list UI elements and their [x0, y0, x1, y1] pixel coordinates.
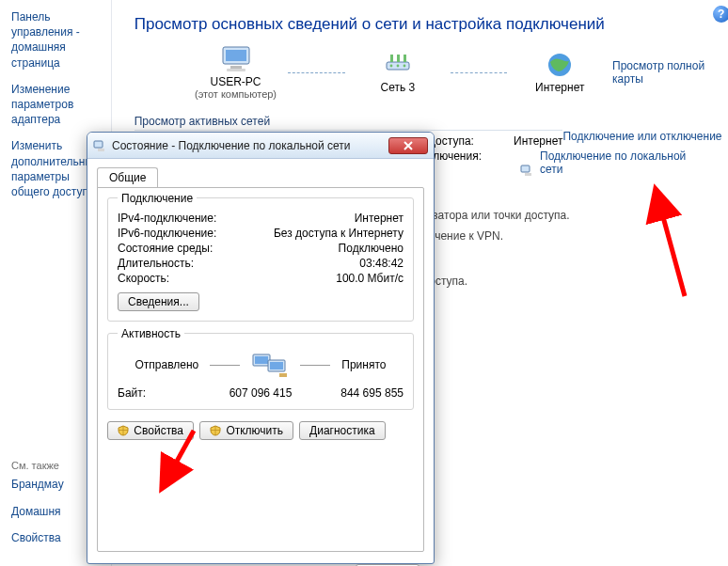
svg-rect-12 — [521, 165, 530, 172]
node-network[interactable]: Сеть 3 — [353, 51, 443, 94]
svg-rect-5 — [390, 55, 393, 62]
help-icon[interactable]: ? — [713, 6, 728, 23]
bytes-sent-value: 607 096 415 — [214, 386, 308, 400]
shield-icon — [210, 425, 221, 436]
node-network-label: Сеть 3 — [381, 81, 416, 94]
svg-point-9 — [396, 65, 399, 68]
ipv6-label: IPv6-подключение: — [118, 227, 216, 240]
node-pc-sub: (этот компьютер) — [195, 88, 277, 100]
titlebar[interactable]: Состояние - Подключение по локальной сет… — [87, 133, 434, 159]
svg-rect-13 — [525, 173, 531, 176]
access-type-value: Интернет — [514, 134, 562, 148]
bytes-label: Байт: — [118, 386, 212, 400]
svg-rect-7 — [404, 55, 406, 62]
node-internet[interactable]: Интернет — [514, 51, 605, 94]
map-connector — [288, 72, 345, 73]
connection-icon — [93, 139, 106, 152]
close-icon — [404, 141, 413, 150]
network-map-row: USER-PC (этот компьютер) Сеть 3 Интернет… — [191, 45, 722, 100]
activity-group-legend: Активность — [118, 327, 184, 340]
connection-icon — [520, 164, 533, 177]
view-full-map-link[interactable]: Просмотр полной карты — [612, 59, 722, 86]
tab-content: Подключение IPv4-подключение:Интернет IP… — [97, 187, 424, 552]
svg-rect-3 — [227, 69, 245, 71]
map-connector — [451, 72, 508, 73]
svg-rect-17 — [255, 356, 268, 364]
shield-icon — [118, 425, 129, 436]
divider — [135, 130, 563, 131]
svg-rect-6 — [397, 55, 400, 62]
diagnose-button[interactable]: Диагностика — [299, 421, 386, 440]
network-icon — [381, 51, 415, 79]
connection-group: Подключение IPv4-подключение:Интернет IP… — [107, 197, 414, 322]
node-internet-label: Интернет — [535, 81, 584, 94]
node-pc-label: USER-PC — [211, 75, 261, 88]
ipv4-value: Интернет — [355, 212, 404, 225]
bytes-received-value: 844 695 855 — [309, 386, 404, 400]
disable-button-label: Отключить — [226, 424, 283, 437]
duration-label: Длительность: — [118, 257, 194, 270]
svg-rect-20 — [279, 373, 287, 377]
svg-point-8 — [389, 65, 392, 68]
svg-rect-1 — [226, 50, 246, 61]
activity-dash — [300, 365, 330, 366]
tab-general[interactable]: Общие — [97, 167, 158, 188]
nav-link-home[interactable]: Панель управления - домашняя страница — [11, 9, 100, 71]
connection-status-dialog: Состояние - Подключение по локальной сет… — [87, 132, 435, 564]
computers-icon — [251, 351, 289, 379]
svg-point-10 — [403, 65, 405, 68]
details-button[interactable]: Сведения... — [118, 292, 199, 311]
connection-group-legend: Подключение — [118, 192, 197, 205]
activity-group: Активность Отправлено Принято Байт: 607 … — [107, 333, 414, 410]
sent-label: Отправлено — [135, 358, 199, 371]
svg-rect-15 — [98, 149, 104, 151]
close-button[interactable] — [388, 137, 428, 154]
svg-rect-19 — [270, 362, 283, 369]
computer-icon — [219, 45, 253, 73]
connect-disconnect-link[interactable]: Подключение или отключение — [562, 130, 721, 143]
node-pc[interactable]: USER-PC (этот компьютер) — [191, 45, 281, 100]
properties-button[interactable]: Свойства — [107, 421, 194, 440]
media-value: Подключено — [339, 242, 404, 255]
nav-link-adapter[interactable]: Изменение параметров адаптера — [11, 82, 100, 128]
action-button-row: Свойства Отключить Диагностика — [107, 421, 414, 440]
dialog-title: Состояние - Подключение по локальной сет… — [112, 139, 388, 152]
page-title: Просмотр основных сведений о сети и наст… — [135, 15, 722, 34]
active-networks-heading: Просмотр активных сетей — [135, 115, 722, 128]
activity-dash — [210, 365, 240, 366]
disable-button[interactable]: Отключить — [199, 421, 293, 440]
ipv6-value: Без доступа к Интернету — [274, 227, 404, 240]
svg-rect-14 — [94, 141, 103, 148]
received-label: Принято — [341, 358, 386, 371]
connection-link[interactable]: Подключение по локальной сети — [540, 149, 690, 176]
svg-rect-2 — [230, 66, 242, 69]
globe-icon — [543, 51, 577, 79]
properties-button-label: Свойства — [134, 424, 183, 437]
speed-value: 100.0 Мбит/с — [336, 272, 404, 285]
ipv4-label: IPv4-подключение: — [118, 212, 216, 225]
media-label: Состояние среды: — [118, 242, 213, 255]
speed-label: Скорость: — [118, 272, 169, 285]
duration-value: 03:48:42 — [359, 257, 404, 270]
